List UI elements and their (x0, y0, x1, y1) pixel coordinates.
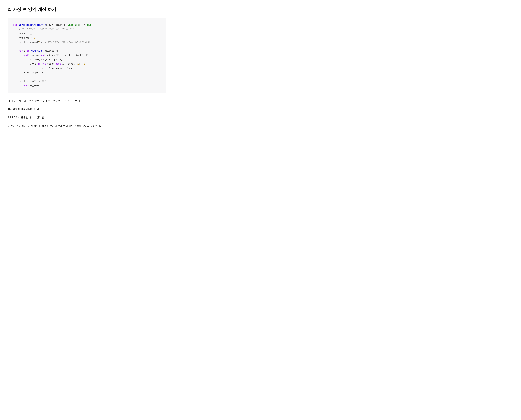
code-line-2: # 히스토그램에서 최대 직사각형 넓이 구하는 방법 (13, 27, 160, 32)
code-line-15: return max_area (13, 83, 160, 88)
prose-section: 이 함수는 자기보다 작은 높이를 만났을때 실행되는 stack 함수이다. … (8, 98, 166, 128)
code-line-10: w = i if not stack else i - stack[-1] - … (13, 62, 160, 66)
prose-p4: 2 (높이) * 3 (길이) 이런 식으로 결정을 했기 때문에 위와 같이 … (8, 124, 166, 128)
code-line-11: max_area = max(max_area, h * w) (13, 66, 160, 70)
code-line-12: stack.append(i) (13, 70, 160, 75)
prose-p2: 직사각형이 결정될 때는 만약 (8, 107, 166, 111)
code-line-3: stack = [] (13, 32, 160, 36)
code-line-13 (13, 75, 160, 79)
prose-p1: 이 함수는 자기보다 작은 높이를 만났을때 실행되는 stack 함수이다. (8, 98, 166, 103)
code-line-14: heights.pop() # 복구 (13, 79, 160, 83)
code-line-5: heights.append(0) # 마지막까지 남은 높이를 처리하기 위해 (13, 40, 160, 45)
code-line-6 (13, 45, 160, 49)
code-line-4: max_area = 0 (13, 36, 160, 40)
code-line-8: while stack and heights[i] < heights[sta… (13, 53, 160, 58)
code-line-1: def largestRectangleArea(self, heights: … (13, 23, 160, 27)
code-line-9: h = heights[stack.pop()] (13, 58, 160, 62)
prose-p3: 3 2 2 0 1 이렇게 있다고 가정하면 (8, 115, 166, 120)
code-block: def largestRectangleArea(self, heights: … (8, 18, 166, 93)
code-line-7: for i in range(len(heights)): (13, 49, 160, 53)
page-title: 2. 가장 큰 영역 계산 하기 (8, 7, 166, 13)
